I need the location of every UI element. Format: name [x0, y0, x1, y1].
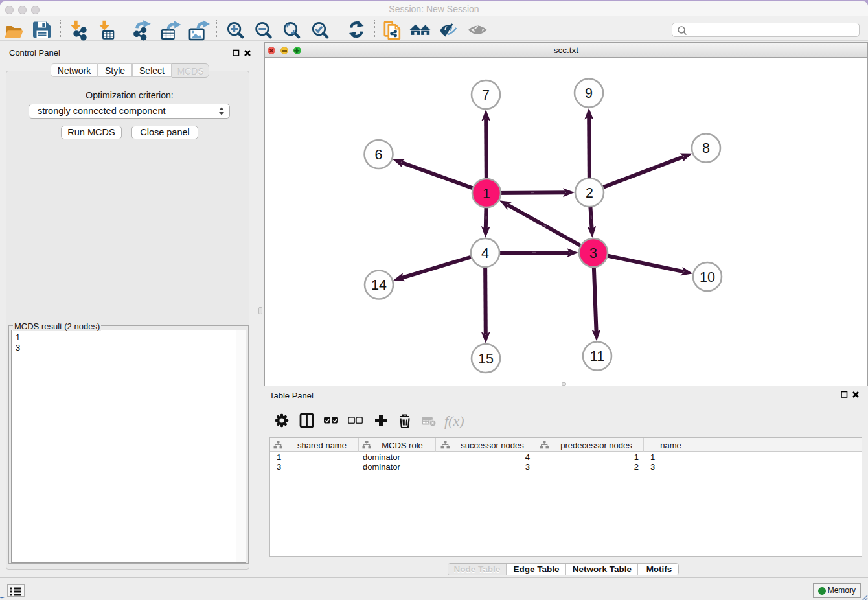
svg-text:7: 7 [482, 87, 490, 103]
svg-text:15: 15 [478, 351, 494, 367]
svg-text:14: 14 [371, 277, 387, 293]
svg-text:6: 6 [375, 147, 383, 163]
svg-text:9: 9 [585, 86, 593, 101]
svg-text:4: 4 [481, 246, 489, 261]
svg-text:3: 3 [589, 246, 597, 261]
svg-text:2: 2 [586, 185, 593, 201]
svg-text:11: 11 [590, 349, 604, 364]
svg-text:8: 8 [702, 141, 710, 156]
svg-text:f(x): f(x) [444, 413, 464, 429]
svg-text:10: 10 [700, 270, 715, 285]
svg-text:1: 1 [483, 186, 490, 202]
